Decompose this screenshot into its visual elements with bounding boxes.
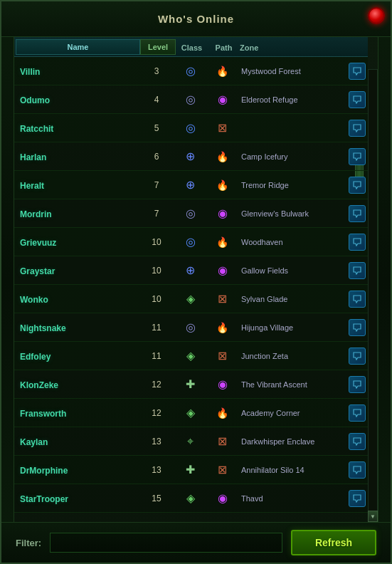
col-path-header: Path — [208, 41, 240, 53]
player-name[interactable]: DrMorphine — [20, 466, 68, 476]
player-level: 12 — [139, 380, 174, 390]
player-class-icon: ◈ — [174, 292, 206, 306]
whisper-button[interactable] — [349, 177, 366, 194]
main-window: Who's Online ▲ ▼ Name Level Class Path Z… — [0, 0, 392, 564]
player-zone: Camp Icefury — [238, 152, 346, 161]
whisper-button[interactable] — [349, 319, 366, 336]
player-level: 7 — [139, 209, 174, 219]
player-zone: Darkwhisper Enclave — [238, 437, 346, 446]
player-zone: Thavd — [238, 494, 346, 503]
whisper-button[interactable] — [349, 63, 366, 80]
whisper-button[interactable] — [349, 461, 366, 479]
player-zone: Mystwood Forest — [238, 67, 346, 75]
col-zone-header: Zone — [240, 41, 345, 53]
player-class-icon: ◎ — [174, 207, 206, 220]
player-level: 12 — [139, 408, 174, 418]
player-name[interactable]: Graystar — [20, 266, 55, 276]
player-path-icon: ◉ — [206, 263, 238, 277]
table-row: Odumo 4 ◎ ◉ Elderoot Refuge — [14, 85, 368, 114]
player-level: 13 — [139, 465, 174, 475]
player-level: 11 — [139, 323, 174, 333]
filter-input[interactable] — [50, 533, 282, 553]
col-level-header: Level — [140, 39, 176, 55]
player-class-icon: ◈ — [174, 406, 206, 419]
player-zone: Annihilator Silo 14 — [238, 466, 346, 474]
window-title: Who's Online — [158, 13, 234, 25]
table-row: Graystar 10 ⊕ ◉ Gallow Fields — [14, 256, 368, 285]
player-zone: Elderoot Refuge — [238, 95, 346, 104]
whisper-icon — [353, 352, 361, 360]
corner-gem — [368, 7, 385, 24]
player-action — [346, 148, 368, 165]
player-name[interactable]: StarTrooper — [20, 494, 68, 504]
whisper-button[interactable] — [349, 120, 366, 137]
table-container: Name Level Class Path Zone Villin 3 ◎ — [14, 37, 368, 522]
whisper-icon — [353, 437, 361, 446]
player-zone: Academy Corner — [238, 409, 346, 417]
whisper-icon — [353, 95, 361, 104]
player-action — [346, 319, 368, 336]
sort-level-button[interactable]: Level — [140, 39, 176, 55]
whisper-icon — [353, 494, 361, 503]
player-action — [346, 291, 368, 308]
whisper-button[interactable] — [349, 433, 366, 450]
whisper-button[interactable] — [349, 205, 366, 222]
player-zone: Sylvan Glade — [238, 295, 346, 303]
whisper-button[interactable] — [349, 404, 366, 422]
player-action — [346, 404, 368, 422]
player-name[interactable]: Harlan — [20, 152, 46, 162]
whisper-button[interactable] — [349, 291, 366, 308]
player-name[interactable]: Edfoley — [20, 352, 51, 362]
player-name[interactable]: Nightsnake — [20, 323, 66, 333]
player-action — [346, 91, 368, 108]
table-row: KlonZeke 12 ✚ ◉ The Vibrant Ascent — [14, 370, 368, 399]
sort-name-button[interactable]: Name — [16, 39, 140, 55]
refresh-button[interactable]: Refresh — [291, 530, 376, 555]
whisper-button[interactable] — [349, 234, 366, 251]
player-name[interactable]: Kaylan — [20, 437, 48, 447]
player-class-icon: ⊕ — [174, 178, 206, 192]
player-name[interactable]: KlonZeke — [20, 380, 58, 390]
player-name[interactable]: Heralt — [20, 181, 44, 191]
player-path-icon: 🔥 — [206, 179, 238, 192]
player-action — [346, 433, 368, 450]
player-class-icon: ◎ — [174, 93, 206, 106]
player-action — [346, 234, 368, 251]
player-zone: The Vibrant Ascent — [238, 380, 346, 389]
player-path-icon: ◉ — [206, 377, 238, 391]
whisper-icon — [353, 466, 361, 474]
player-level: 3 — [139, 66, 174, 76]
table-row: Mordrin 7 ◎ ◉ Glenview's Bulwark — [14, 199, 368, 228]
player-action — [346, 177, 368, 194]
player-level: 10 — [139, 266, 174, 276]
whisper-button[interactable] — [349, 148, 366, 165]
table-row: Wonko 10 ◈ ⊠ Sylvan Glade — [14, 285, 368, 313]
player-level: 10 — [139, 294, 174, 304]
whisper-button[interactable] — [349, 376, 366, 393]
player-action — [346, 376, 368, 393]
player-path-icon: ⊠ — [206, 121, 238, 135]
player-class-icon: ⊕ — [174, 150, 206, 163]
player-level: 15 — [139, 494, 174, 503]
player-name[interactable]: Villin — [20, 67, 40, 77]
zone-header-label: Zone — [240, 43, 258, 52]
player-name[interactable]: Odumo — [20, 95, 50, 105]
player-name[interactable]: Mordrin — [20, 209, 52, 219]
table-body: Villin 3 ◎ 🔥 Mystwood Forest Odumo 4 ◎ ◉… — [14, 57, 368, 522]
player-name[interactable]: Fransworth — [20, 409, 66, 419]
scrollbar-down-button[interactable]: ▼ — [368, 511, 378, 522]
whisper-button[interactable] — [349, 262, 366, 279]
player-action — [346, 490, 368, 507]
table-row: Heralt 7 ⊕ 🔥 Tremor Ridge — [14, 171, 368, 199]
player-zone: Hijunga Village — [238, 323, 346, 332]
player-name[interactable]: Grievuuz — [20, 238, 56, 248]
player-name[interactable]: Ratcchit — [20, 124, 53, 134]
table-row: Harlan 6 ⊕ 🔥 Camp Icefury — [14, 142, 368, 171]
player-name[interactable]: Wonko — [20, 295, 48, 305]
whisper-button[interactable] — [349, 490, 366, 507]
whisper-button[interactable] — [349, 348, 366, 365]
table-row: Edfoley 11 ◈ ⊠ Junction Zeta — [14, 342, 368, 370]
player-level: 4 — [139, 95, 174, 105]
table-row: Villin 3 ◎ 🔥 Mystwood Forest — [14, 57, 368, 85]
whisper-button[interactable] — [349, 91, 366, 108]
